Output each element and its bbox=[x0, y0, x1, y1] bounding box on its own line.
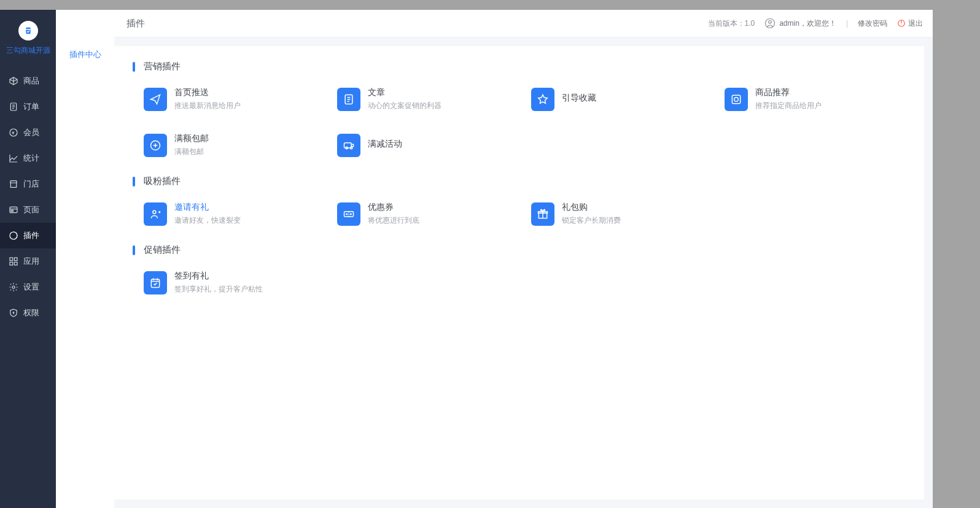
svg-rect-24 bbox=[732, 95, 740, 103]
doc-icon bbox=[337, 88, 360, 111]
user-icon bbox=[764, 18, 776, 29]
svg-rect-9 bbox=[10, 258, 13, 261]
gift-icon bbox=[531, 202, 554, 226]
sidebar-item-label: 插件 bbox=[23, 230, 39, 241]
plugin-title: 礼包购 bbox=[562, 202, 621, 213]
change-password-link[interactable]: 修改密码 bbox=[858, 18, 887, 29]
plugin-card-discount[interactable]: 满减活动 bbox=[337, 133, 518, 157]
plugin-desc: 动心的文案促销的利器 bbox=[368, 101, 441, 111]
brand-name: 三勾商城开源 bbox=[6, 45, 50, 56]
plugin-section: 营销插件首页推送推送最新消息给用户文章动心的文案促销的利器引导收藏商品推荐推荐指… bbox=[133, 61, 906, 157]
brand-logo[interactable]: 三勾商城开源 bbox=[6, 21, 50, 56]
star-icon bbox=[531, 88, 554, 111]
plugin-desc: 推送最新消息给用户 bbox=[174, 101, 241, 111]
page-title: 插件 bbox=[126, 18, 145, 29]
sidebar-item-permission[interactable]: 权限 bbox=[0, 300, 56, 326]
plugin-card-coupon[interactable]: 优惠券将优惠进行到底 bbox=[337, 202, 518, 226]
power-icon bbox=[897, 19, 906, 28]
sidebar-item-label: 会员 bbox=[23, 127, 39, 138]
section-title: 促销插件 bbox=[133, 244, 906, 256]
svg-point-30 bbox=[153, 210, 156, 214]
section-title: 吸粉插件 bbox=[133, 175, 906, 187]
plugin-desc: 推荐指定商品给用户 bbox=[755, 101, 822, 111]
sidebar-item-label: 门店 bbox=[23, 179, 39, 190]
discount-icon bbox=[337, 134, 360, 157]
product-icon bbox=[9, 76, 18, 86]
checkin-icon bbox=[144, 271, 167, 294]
svg-point-34 bbox=[346, 214, 348, 215]
svg-rect-40 bbox=[151, 279, 159, 287]
plugin-title: 签到有礼 bbox=[174, 271, 263, 282]
plugin-desc: 锁定客户长期消费 bbox=[562, 215, 621, 226]
svg-point-13 bbox=[12, 286, 15, 288]
logo-icon bbox=[18, 21, 38, 40]
sidebar-item-app[interactable]: 应用 bbox=[0, 248, 56, 274]
svg-point-17 bbox=[769, 21, 772, 24]
plugin-card-invite[interactable]: 邀请有礼邀请好友，快速裂变 bbox=[144, 202, 325, 226]
plugin-card-recommend[interactable]: 商品推荐推荐指定商品给用户 bbox=[725, 87, 906, 111]
content-panel: 营销插件首页推送推送最新消息给用户文章动心的文案促销的利器引导收藏商品推荐推荐指… bbox=[114, 46, 924, 499]
plugin-icon bbox=[9, 231, 18, 241]
plugin-card-send[interactable]: 首页推送推送最新消息给用户 bbox=[144, 87, 325, 111]
plugin-title: 满额包邮 bbox=[174, 133, 209, 144]
plugin-card-checkin[interactable]: 签到有礼签到享好礼，提升客户粘性 bbox=[144, 271, 325, 294]
sidebar-item-label: 商品 bbox=[23, 75, 39, 87]
order-icon bbox=[9, 102, 18, 112]
plugin-title: 满减活动 bbox=[368, 139, 402, 150]
stats-icon bbox=[9, 153, 18, 163]
plugin-desc: 签到享好礼，提升客户粘性 bbox=[174, 284, 263, 294]
invite-icon bbox=[144, 202, 167, 226]
app-icon bbox=[9, 256, 18, 266]
sidebar-item-order[interactable]: 订单 bbox=[0, 94, 56, 120]
logout-button[interactable]: 退出 bbox=[897, 18, 923, 29]
divider: | bbox=[846, 19, 848, 28]
settings-icon bbox=[9, 282, 18, 292]
sidebar-item-label: 设置 bbox=[23, 282, 39, 293]
sidebar-item-product[interactable]: 商品 bbox=[0, 68, 56, 94]
permission-icon bbox=[9, 308, 18, 318]
coupon-icon bbox=[337, 202, 360, 226]
secondary-item-plugin-center[interactable]: 插件中心 bbox=[69, 49, 101, 60]
page-icon bbox=[9, 205, 18, 215]
send-icon bbox=[144, 88, 167, 111]
sidebar-secondary: 插件中心 bbox=[56, 10, 114, 508]
svg-rect-7 bbox=[11, 210, 13, 212]
sidebar-item-store[interactable]: 门店 bbox=[0, 171, 56, 197]
main-area: 插件 当前版本：1.0 admin，欢迎您！ | 修改密码 退出 营销插件首页推… bbox=[114, 10, 933, 508]
recommend-icon bbox=[725, 88, 748, 111]
user-info[interactable]: admin，欢迎您！ bbox=[764, 18, 836, 29]
sidebar-item-label: 权限 bbox=[23, 307, 39, 318]
topbar: 插件 当前版本：1.0 admin，欢迎您！ | 修改密码 退出 bbox=[114, 10, 933, 37]
plugin-title: 优惠券 bbox=[368, 202, 419, 213]
sidebar-item-stats[interactable]: 统计 bbox=[0, 145, 56, 171]
sidebar-item-label: 应用 bbox=[23, 256, 39, 267]
section-title: 营销插件 bbox=[133, 61, 906, 72]
svg-rect-10 bbox=[14, 258, 17, 261]
svg-point-14 bbox=[13, 312, 14, 313]
plugin-title: 引导收藏 bbox=[562, 93, 596, 104]
plugin-card-shipping[interactable]: 满额包邮满额包邮 bbox=[144, 133, 325, 157]
sidebar-item-label: 页面 bbox=[23, 204, 39, 215]
plugin-desc: 将优惠进行到底 bbox=[368, 215, 419, 226]
svg-point-35 bbox=[351, 214, 352, 215]
sidebar-item-page[interactable]: 页面 bbox=[0, 197, 56, 223]
plugin-desc: 满额包邮 bbox=[174, 147, 209, 157]
sidebar-item-member[interactable]: 会员 bbox=[0, 120, 56, 145]
sidebar-item-plugin[interactable]: 插件 bbox=[0, 223, 56, 248]
shipping-icon bbox=[144, 134, 167, 157]
svg-point-25 bbox=[734, 97, 738, 101]
plugin-title: 商品推荐 bbox=[755, 87, 822, 98]
plugin-desc: 邀请好友，快速裂变 bbox=[174, 215, 241, 226]
plugin-card-doc[interactable]: 文章动心的文案促销的利器 bbox=[337, 87, 518, 111]
sidebar-item-settings[interactable]: 设置 bbox=[0, 274, 56, 300]
plugin-card-gift[interactable]: 礼包购锁定客户长期消费 bbox=[531, 202, 712, 226]
plugin-section: 吸粉插件邀请有礼邀请好友，快速裂变优惠券将优惠进行到底礼包购锁定客户长期消费 bbox=[133, 175, 906, 226]
plugin-title: 文章 bbox=[368, 87, 441, 98]
plugin-card-star[interactable]: 引导收藏 bbox=[531, 87, 712, 111]
svg-rect-11 bbox=[10, 262, 13, 265]
sidebar-item-label: 订单 bbox=[23, 101, 39, 112]
member-icon bbox=[9, 128, 18, 137]
plugin-section: 促销插件签到有礼签到享好礼，提升客户粘性 bbox=[133, 244, 906, 294]
plugin-title: 首页推送 bbox=[174, 87, 241, 98]
store-icon bbox=[9, 179, 18, 189]
